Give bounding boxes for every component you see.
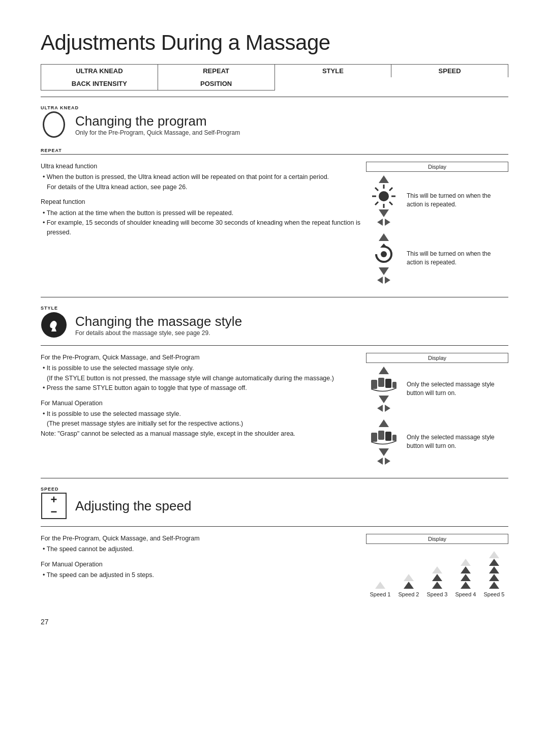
style-display-text-2: Only the selected massage style button w…: [407, 433, 508, 450]
speed-1-label: Speed 1: [370, 591, 391, 597]
nav-cell-position: POSITION: [158, 77, 274, 90]
style-bullet-1: It is possible to use the selected massa…: [41, 364, 361, 373]
speed-title: Adjusting the speed: [75, 498, 191, 514]
style-content: For the Pre-Program, Quick Massage, and …: [41, 353, 508, 472]
arrow-down-2: [379, 267, 389, 275]
speed-section: SPEED + − Adjusting the speed: [41, 478, 508, 526]
arrow-right-icon: [377, 219, 383, 226]
speed-3-label: Speed 3: [427, 591, 448, 597]
style-arrow-down-1: [379, 396, 389, 403]
style-display-icon-1: [366, 366, 402, 412]
ultra-knead-header: Changing the program Only for the Pre-Pr…: [41, 111, 508, 138]
style-arrow-left: [377, 405, 383, 412]
nav-cell-speed: SPEED: [391, 65, 508, 78]
speed-text-col: For the Pre-Program, Quick Massage, and …: [41, 534, 361, 597]
svg-point-10: [381, 251, 387, 257]
side-arrows-1: [377, 219, 390, 226]
ultra-knead-bullet-1: When the button is pressed, the Ultra kn…: [41, 172, 361, 182]
speed-header: + − Adjusting the speed: [41, 493, 508, 519]
style-arrow-up-1: [379, 367, 389, 374]
style-arrow-up-2: [379, 419, 389, 427]
side-arrows-2: [377, 277, 390, 284]
svg-rect-17: [385, 432, 391, 441]
speed-4-arrow-3: [461, 574, 471, 581]
style-display-col: Display Only the selected ma: [366, 353, 508, 472]
speed-5-arrow-3: [489, 566, 499, 573]
plus-minus-button-icon: + −: [41, 493, 67, 519]
svg-line-8: [375, 202, 378, 205]
arrow-up-2: [379, 233, 389, 241]
nav-cell-repeat: REPEAT: [158, 65, 274, 78]
ultra-knead-display-label: Display: [366, 162, 508, 172]
ultra-knead-block: Ultra knead function When the button is …: [41, 162, 361, 192]
speed-3-arrow-2: [432, 574, 442, 581]
style-icon: [41, 312, 67, 338]
style-content-divider: [41, 345, 508, 346]
speed-4-col: Speed 4: [455, 559, 476, 597]
ultra-knead-subtitle: Only for the Pre-Program, Quick Massage,…: [75, 129, 240, 136]
speed-preprog-bullet: The speed cannot be adjusted.: [41, 545, 361, 554]
nav-cell-ultra-knead: ULTRA KNEAD: [41, 65, 158, 78]
svg-line-7: [389, 188, 392, 191]
nav-row-1: ULTRA KNEAD REPEAT STYLE SPEED: [41, 65, 508, 78]
ultra-knead-title-block: Changing the program Only for the Pre-Pr…: [75, 113, 240, 136]
ultra-knead-content: Ultra knead function When the button is …: [41, 162, 508, 291]
style-label: STYLE: [41, 306, 508, 311]
repeat-label: REPEAT: [41, 148, 508, 153]
ultra-knead-display-text-1: This will be turned on when the action i…: [407, 192, 508, 209]
plus-icon: +: [51, 494, 57, 505]
nav-cell-back-intensity: BACK INTENSITY: [41, 77, 158, 90]
ultra-knead-display-item-1: This will be turned on when the action i…: [366, 175, 508, 226]
svg-line-6: [389, 202, 392, 205]
style-display-label: Display: [366, 353, 508, 363]
arrow-up-1: [379, 175, 389, 183]
style-side-arrows-1: [377, 405, 390, 412]
style-title-block: Changing the massage style For details a…: [75, 314, 242, 337]
speed-5-label: Speed 5: [484, 591, 505, 597]
ultra-knead-heading: Ultra knead function: [41, 162, 361, 171]
speed-2-arrow-1: [404, 574, 414, 581]
style-side-arrows-2: [377, 458, 390, 465]
style-manual-block: For Manual Operation It is possible to u…: [41, 399, 361, 439]
speed-5-arrow-4: [489, 574, 499, 581]
svg-rect-13: [385, 379, 391, 388]
speed-5-arrow-1: [489, 551, 499, 558]
style-display-icon-2: [366, 419, 402, 465]
speed-label: SPEED: [41, 487, 508, 492]
speed-content: For the Pre-Program, Quick Massage, and …: [41, 534, 508, 597]
speed-arrows-row: Speed 1 Speed 2 Speed 3 Speed 4: [366, 547, 508, 597]
style-text-col: For the Pre-Program, Quick Massage, and …: [41, 353, 361, 472]
speed-2-label: Speed 2: [399, 591, 419, 597]
ultra-knead-section: ULTRA KNEAD Changing the program Only fo…: [41, 97, 508, 145]
speed-manual-bullet: The speed can be adjusted in 5 steps.: [41, 570, 361, 580]
ultra-knead-display-icon-1: [366, 175, 402, 226]
style-manual-heading: For Manual Operation: [41, 399, 361, 408]
style-display-item-1: Only the selected massage style button w…: [366, 366, 508, 412]
style-sub-1: (If the STYLE button is not pressed, the…: [41, 374, 361, 383]
speed-4-arrow-2: [461, 566, 471, 573]
style-arrow-left-2: [377, 458, 383, 465]
repeat-bullet-1: The action at the time when the button i…: [41, 208, 361, 218]
style-display-item-2: Only the selected massage style button w…: [366, 419, 508, 465]
svg-point-0: [379, 191, 389, 201]
ultra-knead-title: Changing the program: [75, 113, 240, 129]
speed-3-arrow-1: [432, 566, 442, 573]
ultra-knead-text-col: Ultra knead function When the button is …: [41, 162, 361, 291]
style-preprog-svg: [370, 375, 398, 395]
arrows-group-1: [379, 175, 389, 184]
speed-icon: + −: [41, 493, 67, 519]
style-arrow-down-2: [379, 448, 389, 456]
svg-line-5: [375, 188, 378, 191]
style-preprog-heading: For the Pre-Program, Quick Massage, and …: [41, 353, 361, 362]
ultra-knead-sub: For details of the Ultra knead action, s…: [41, 183, 361, 192]
style-title: Changing the massage style: [75, 314, 242, 329]
arrow-down-1: [379, 209, 389, 217]
style-manual-svg: [370, 428, 398, 448]
style-display-text-1: Only the selected massage style button w…: [407, 380, 508, 398]
speed-display-col: Display Speed 1 Speed 2 Speed 3: [366, 534, 508, 597]
minus-icon: −: [51, 506, 57, 518]
style-section: STYLE Changing the massage style For det…: [41, 297, 508, 345]
nav-cell-style: STYLE: [274, 65, 391, 78]
ultra-knead-display-text-2: This will be turned on when the action i…: [407, 250, 508, 267]
repeat-block: Repeat function The action at the time w…: [41, 197, 361, 238]
